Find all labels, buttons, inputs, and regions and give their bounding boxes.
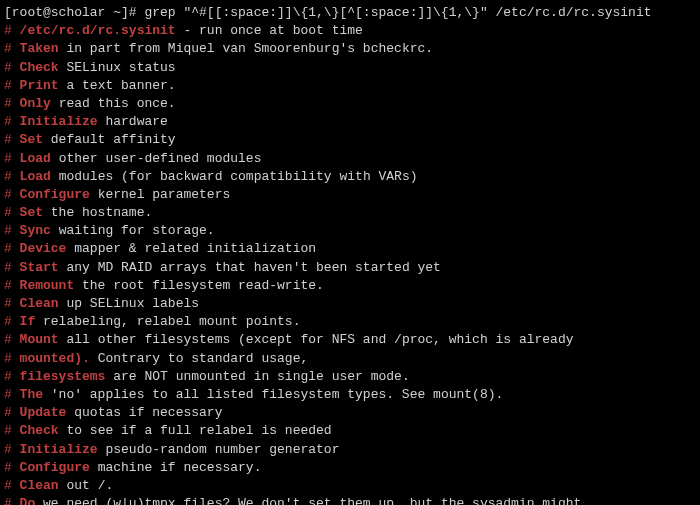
hash-symbol: # — [4, 223, 20, 238]
hash-symbol: # — [4, 41, 20, 56]
output-line: # Check to see if a full relabel is need… — [4, 422, 696, 440]
comment-keyword: mounted). — [20, 351, 90, 366]
comment-keyword: Load — [20, 169, 51, 184]
comment-keyword: Mount — [20, 332, 59, 347]
comment-rest: machine if necessary. — [90, 460, 262, 475]
comment-keyword: Clean — [20, 296, 59, 311]
comment-rest: Contrary to standard usage, — [90, 351, 308, 366]
comment-rest: pseudo-random number generator — [98, 442, 340, 457]
comment-keyword: filesystems — [20, 369, 106, 384]
output-line: # Load other user-defined modules — [4, 150, 696, 168]
output-line: # Initialize pseudo-random number genera… — [4, 441, 696, 459]
comment-keyword: Remount — [20, 278, 75, 293]
comment-rest: 'no' applies to all listed filesystem ty… — [43, 387, 503, 402]
comment-rest: to see if a full relabel is needed — [59, 423, 332, 438]
comment-rest: default affinity — [43, 132, 176, 147]
comment-rest: hardware — [98, 114, 168, 129]
comment-rest: other user-defined modules — [51, 151, 262, 166]
output-line: # Sync waiting for storage. — [4, 222, 696, 240]
comment-rest: - run once at boot time — [176, 23, 363, 38]
hash-symbol: # — [4, 369, 20, 384]
output-line: # mounted). Contrary to standard usage, — [4, 350, 696, 368]
hash-symbol: # — [4, 260, 20, 275]
comment-keyword: Do — [20, 496, 36, 505]
comment-keyword: Check — [20, 60, 59, 75]
comment-rest: out /. — [59, 478, 114, 493]
hash-symbol: # — [4, 332, 20, 347]
comment-rest: any MD RAID arrays that haven't been sta… — [59, 260, 441, 275]
output-line: # /etc/rc.d/rc.sysinit - run once at boo… — [4, 22, 696, 40]
hash-symbol: # — [4, 60, 20, 75]
hash-symbol: # — [4, 278, 20, 293]
comment-rest: a text banner. — [59, 78, 176, 93]
comment-rest: read this once. — [51, 96, 176, 111]
output-line: # Mount all other filesystems (except fo… — [4, 331, 696, 349]
comment-keyword: Check — [20, 423, 59, 438]
comment-rest: waiting for storage. — [51, 223, 215, 238]
comment-rest: mapper & related initialization — [66, 241, 316, 256]
hash-symbol: # — [4, 423, 20, 438]
comment-rest: the root filesystem read-write. — [74, 278, 324, 293]
comment-keyword: Configure — [20, 187, 90, 202]
hash-symbol: # — [4, 151, 20, 166]
hash-symbol: # — [4, 442, 20, 457]
comment-rest: the hostname. — [43, 205, 152, 220]
comment-keyword: Configure — [20, 460, 90, 475]
output-line: # Clean up SELinux labels — [4, 295, 696, 313]
comment-keyword: Clean — [20, 478, 59, 493]
comment-keyword: Only — [20, 96, 51, 111]
comment-keyword: The — [20, 387, 43, 402]
comment-rest: we need (w|u)tmpx files? We don't set th… — [35, 496, 605, 505]
comment-keyword: Set — [20, 132, 43, 147]
output-line: # Taken in part from Miquel van Smoorenb… — [4, 40, 696, 58]
output-line: # Configure machine if necessary. — [4, 459, 696, 477]
output-line: # Print a text banner. — [4, 77, 696, 95]
hash-symbol: # — [4, 496, 20, 505]
output-line: # Remount the root filesystem read-write… — [4, 277, 696, 295]
output-line: # filesystems are NOT unmounted in singl… — [4, 368, 696, 386]
comment-rest: are NOT unmounted in single user mode. — [105, 369, 409, 384]
hash-symbol: # — [4, 205, 20, 220]
output-line: # Do we need (w|u)tmpx files? We don't s… — [4, 495, 696, 505]
hash-symbol: # — [4, 23, 20, 38]
comment-keyword: Sync — [20, 223, 51, 238]
output-line: # Load modules (for backward compatibili… — [4, 168, 696, 186]
hash-symbol: # — [4, 296, 20, 311]
filepath: /etc/rc.d/rc.sysinit — [20, 23, 176, 38]
comment-keyword: Load — [20, 151, 51, 166]
comment-keyword: Set — [20, 205, 43, 220]
output-line: # Clean out /. — [4, 477, 696, 495]
hash-symbol: # — [4, 405, 20, 420]
comment-rest: in part from Miquel van Smoorenburg's bc… — [59, 41, 433, 56]
hash-symbol: # — [4, 132, 20, 147]
output-line: # Set the hostname. — [4, 204, 696, 222]
comment-rest: relabeling, relabel mount points. — [35, 314, 300, 329]
hash-symbol: # — [4, 314, 20, 329]
comment-keyword: Start — [20, 260, 59, 275]
comment-rest: up SELinux labels — [59, 296, 199, 311]
hash-symbol: # — [4, 241, 20, 256]
comment-keyword: Initialize — [20, 114, 98, 129]
hash-symbol: # — [4, 387, 20, 402]
comment-keyword: Update — [20, 405, 67, 420]
hash-symbol: # — [4, 351, 20, 366]
hash-symbol: # — [4, 114, 20, 129]
comment-keyword: Device — [20, 241, 67, 256]
output-line: # Set default affinity — [4, 131, 696, 149]
hash-symbol: # — [4, 169, 20, 184]
comment-keyword: If — [20, 314, 36, 329]
comment-keyword: Taken — [20, 41, 59, 56]
comment-keyword: Initialize — [20, 442, 98, 457]
output-line: # Configure kernel parameters — [4, 186, 696, 204]
comment-rest: kernel parameters — [90, 187, 230, 202]
output-line: # Check SELinux status — [4, 59, 696, 77]
hash-symbol: # — [4, 78, 20, 93]
shell-prompt-line: [root@scholar ~]# grep "^#[[:space:]]\{1… — [4, 4, 696, 22]
comment-rest: SELinux status — [59, 60, 176, 75]
hash-symbol: # — [4, 460, 20, 475]
hash-symbol: # — [4, 96, 20, 111]
output-line: # Update quotas if necessary — [4, 404, 696, 422]
comment-rest: modules (for backward compatibility with… — [51, 169, 418, 184]
output-line: # Initialize hardware — [4, 113, 696, 131]
comment-rest: all other filesystems (except for NFS an… — [59, 332, 574, 347]
